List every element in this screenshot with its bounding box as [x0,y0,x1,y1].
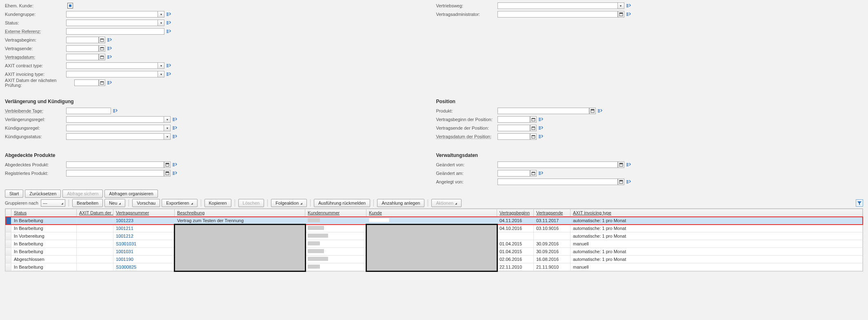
zuruecksetzen-button[interactable]: Zurücksetzen [25,190,61,198]
input-vertragsende[interactable] [66,45,99,52]
row-selector[interactable] [6,217,11,225]
col-beschreibung[interactable]: Beschreibung [175,209,305,217]
vorschau-button[interactable]: Vorschau [132,199,160,207]
input-verbl-tage[interactable] [66,108,111,114]
valuehelp-icon[interactable] [164,170,171,177]
link-icon[interactable] [626,179,631,185]
input-geaendert-von[interactable] [497,161,618,168]
input-vertragsbeginn[interactable] [66,37,99,43]
link-vertragsnummer[interactable]: 1001211 [116,226,133,231]
table-row[interactable]: In Bearbeitung100121104.10.201603.10.901… [6,225,863,232]
neu-button[interactable]: Neu [104,199,125,207]
input-vbeg-pos[interactable] [497,116,530,123]
link-icon[interactable] [626,162,631,168]
input-angelegt-von[interactable] [497,179,618,185]
col-vertragsnummer[interactable]: Vertragsnummer [113,209,175,217]
link-vertragsnummer[interactable]: 1001212 [116,234,133,238]
input-externe-referenz[interactable] [66,28,164,35]
input-kuend-regel[interactable] [66,125,164,131]
col-axit-invoicing[interactable]: AXIT invoicing type [571,209,863,217]
link-vertragsnummer[interactable]: 1001190 [116,257,133,262]
input-vdat-pos[interactable] [497,133,530,140]
col-kunde[interactable]: Kunde [366,209,497,217]
link-vertragsnummer[interactable]: 1001223 [116,218,133,223]
filter-icon[interactable] [856,199,863,207]
start-button[interactable]: Start [5,190,23,198]
col-vertragsbeginn[interactable]: Vertragsbeginn [497,209,534,217]
link-icon[interactable] [538,117,544,122]
table-row[interactable]: In Bearbeitung1001223Vertrag zum Testen … [6,217,863,225]
input-verl-regel[interactable] [66,116,164,123]
input-reg-prod[interactable] [66,170,164,177]
valuehelp-icon[interactable] [589,108,596,114]
kopieren-button[interactable]: Kopieren [204,199,231,207]
link-icon[interactable] [597,108,603,114]
link-icon[interactable] [166,11,171,17]
link-icon[interactable] [538,170,544,176]
link-icon[interactable] [112,108,118,114]
dropdown-axit-ctype[interactable]: ▾ [158,62,164,69]
input-vertragsadmin[interactable] [497,11,618,18]
input-abg-prod[interactable] [66,161,164,168]
valuehelp-icon[interactable] [618,161,624,168]
dropdown-status[interactable]: ▾ [158,20,164,26]
link-icon[interactable] [107,80,112,86]
datepicker-icon[interactable] [530,116,537,123]
dropdown-vertriebsweg[interactable]: ▾ [618,2,624,9]
link-vertragsnummer[interactable]: S1001031 [116,241,136,246]
link-icon[interactable] [538,125,544,131]
link-icon[interactable] [166,29,171,34]
link-vertragsnummer[interactable]: 1001031 [116,249,133,254]
link-vertragsnummer[interactable]: S1000825 [116,265,136,269]
exportieren-button[interactable]: Exportieren [162,199,197,207]
link-icon[interactable] [626,3,631,9]
datepicker-icon[interactable] [99,37,105,43]
valuehelp-icon[interactable] [618,179,624,185]
link-icon[interactable] [166,63,171,68]
link-icon[interactable] [172,117,178,122]
input-kundengruppe[interactable] [66,11,158,18]
link-icon[interactable] [166,20,171,26]
datepicker-icon[interactable] [530,133,537,140]
input-vertragsdatum[interactable] [66,54,99,60]
link-icon[interactable] [172,170,178,176]
datepicker-icon[interactable] [99,79,105,86]
input-axit-itype[interactable] [66,71,158,77]
anzahlung-button[interactable]: Anzahlung anlegen [377,199,424,207]
col-selector[interactable] [6,209,11,217]
row-selector[interactable] [6,256,11,263]
datepicker-icon[interactable] [99,45,105,52]
col-kundennummer[interactable]: Kundennummer [305,209,366,217]
row-selector[interactable] [6,225,11,232]
input-axit-nextcheck[interactable] [74,79,99,86]
link-icon[interactable] [626,11,631,17]
abfragen-organisieren-button[interactable]: Abfragen organisieren [104,190,158,198]
dropdown-axit-itype[interactable]: ▾ [158,71,164,77]
col-vertragsende[interactable]: Vertragsende [534,209,571,217]
dropdown-kuend-regel[interactable]: ▾ [164,125,171,131]
valuehelp-icon[interactable] [618,11,624,18]
input-kuend-status[interactable] [66,133,164,140]
link-icon[interactable] [172,162,178,168]
datepicker-icon[interactable] [99,54,105,60]
dropdown-kundengruppe[interactable]: ▾ [158,11,164,18]
col-status[interactable]: Status [11,209,77,217]
input-axit-ctype[interactable] [66,62,158,69]
row-selector[interactable] [6,232,11,240]
link-icon[interactable] [166,71,171,77]
bearbeiten-button[interactable]: Bearbeiten [72,199,103,207]
dropdown-kuend-status[interactable]: ▾ [164,133,171,140]
col-axit-date[interactable]: AXIT Datum der ... [77,209,113,217]
input-vend-pos[interactable] [497,125,530,131]
input-geaendert-am[interactable] [497,170,530,177]
input-status[interactable] [66,20,158,26]
link-icon[interactable] [107,46,112,51]
row-selector[interactable] [6,263,11,271]
input-produkt[interactable] [497,108,589,114]
link-icon[interactable] [107,54,112,60]
dropdown-verl-regel[interactable]: ▾ [164,116,171,123]
input-vertriebsweg[interactable] [497,2,618,9]
datepicker-icon[interactable] [530,170,537,177]
folgeaktion-button[interactable]: Folgeaktion [271,199,307,207]
datepicker-icon[interactable] [530,125,537,131]
